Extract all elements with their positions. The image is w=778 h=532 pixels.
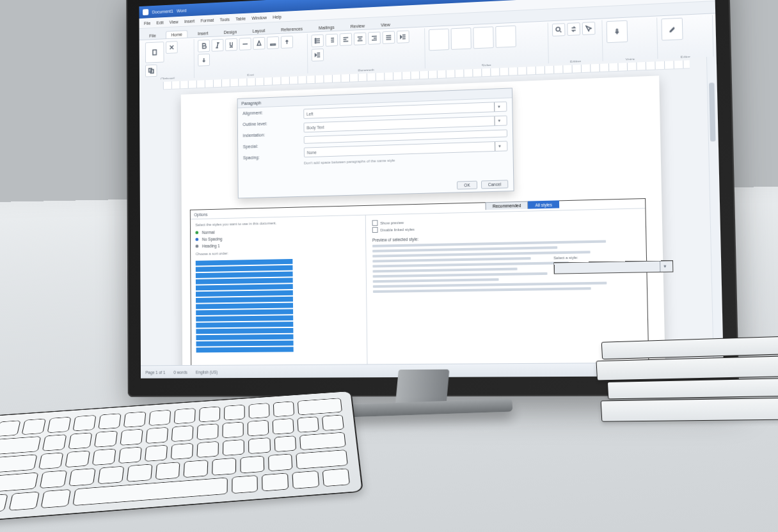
copy-button[interactable] [145, 65, 157, 77]
bullets-button[interactable] [312, 35, 324, 47]
status-page[interactable]: Page 1 of 1 [145, 370, 165, 374]
style-row[interactable] [196, 303, 293, 309]
style-row[interactable] [196, 328, 293, 334]
ribbon-group-editing: Editing [548, 20, 603, 66]
font-size-up-button[interactable] [281, 36, 293, 49]
indent-dec-button[interactable] [397, 30, 409, 43]
menu-window[interactable]: Window [251, 15, 267, 20]
style-row[interactable] [196, 290, 293, 297]
window-title-app: Word [177, 8, 186, 13]
dialog-label-special: Special: [243, 143, 298, 152]
style-heading2[interactable] [473, 26, 493, 49]
placeholder-line [373, 272, 547, 278]
dialog-label-indent: Indentation: [243, 132, 298, 141]
menu-help[interactable]: Help [273, 14, 282, 19]
book [601, 397, 778, 421]
paste-button[interactable] [145, 42, 164, 63]
style-row[interactable] [196, 315, 293, 322]
dictate-button[interactable] [607, 20, 628, 43]
chevron-down-icon: ▾ [660, 261, 670, 272]
style-row[interactable] [196, 347, 294, 352]
align-right-button[interactable] [369, 31, 381, 44]
highlight-button[interactable] [267, 36, 279, 49]
subwindow-options-button[interactable]: Options [194, 212, 207, 216]
ribbon-group-voice: Voice [602, 18, 658, 64]
style-preview-list [196, 258, 362, 352]
style-row[interactable] [196, 265, 293, 272]
bold-button[interactable] [198, 40, 210, 52]
document-page[interactable]: Paragraph Alignment: Outline level: Inde… [181, 75, 666, 366]
placeholder-line [373, 287, 591, 293]
book [607, 377, 778, 399]
select-style-field[interactable]: ▾ [553, 260, 673, 274]
special-select[interactable]: None▾ [304, 141, 508, 157]
italic-button[interactable] [211, 39, 223, 52]
style-row[interactable] [196, 297, 293, 303]
menu-edit[interactable]: Edit [156, 20, 163, 24]
menu-insert[interactable]: Insert [184, 19, 194, 23]
style-row[interactable] [196, 322, 293, 327]
checkbox-icon [372, 227, 378, 233]
styles-left-pane: Select the styles you want to use in thi… [191, 215, 368, 366]
svg-point-7 [556, 27, 560, 31]
menu-format[interactable]: Format [200, 18, 214, 23]
style-row[interactable] [196, 272, 293, 278]
style-normal[interactable] [429, 29, 449, 51]
ribbon-tab-mailings[interactable]: Mailings [313, 23, 340, 32]
subtab-all-styles[interactable]: All styles [528, 200, 559, 208]
indent-inc-button[interactable] [312, 49, 324, 61]
style-row[interactable] [196, 259, 293, 266]
placeholder-line [372, 262, 568, 267]
editor-area: Paragraph Alignment: Outline level: Inde… [139, 56, 724, 366]
style-heading1[interactable] [451, 27, 472, 50]
style-row[interactable] [196, 334, 293, 340]
ribbon-group-clipboard: Clipboard [141, 39, 194, 82]
dialog-cancel-button[interactable]: Cancel [481, 180, 509, 189]
style-row[interactable] [196, 284, 293, 290]
checkbox-icon [372, 220, 378, 226]
ribbon-tab-references[interactable]: References [275, 24, 308, 33]
justify-button[interactable] [383, 31, 395, 43]
style-row[interactable] [196, 341, 293, 347]
menu-file[interactable]: File [144, 20, 150, 25]
ribbon-tab-layout[interactable]: Layout [247, 26, 271, 35]
ribbon-tab-home[interactable]: Home [166, 30, 187, 38]
ribbon-tab-insert[interactable]: Insert [193, 29, 214, 37]
window-title-document: Document1 [152, 9, 173, 14]
menu-table[interactable]: Table [235, 16, 246, 20]
style-row[interactable] [196, 278, 293, 284]
strike-button[interactable] [239, 38, 251, 51]
numbering-button[interactable] [326, 34, 338, 47]
menu-tools[interactable]: Tools [219, 17, 229, 21]
ribbon-tab-file[interactable]: File [144, 31, 161, 40]
styles-subwindow[interactable]: Recommended All styles Options Select th… [190, 198, 649, 366]
scrollbar-thumb[interactable] [709, 82, 716, 141]
paragraph-dialog[interactable]: Paragraph Alignment: Outline level: Inde… [237, 88, 514, 198]
ribbon-tab-review[interactable]: Review [345, 22, 370, 31]
underline-button[interactable] [225, 38, 237, 51]
status-lang[interactable]: English (US) [196, 370, 218, 374]
chevron-down-icon: ▾ [494, 102, 504, 111]
book-stack [595, 336, 778, 467]
dialog-ok-button[interactable]: OK [457, 181, 477, 190]
align-center-button[interactable] [354, 33, 367, 45]
replace-button[interactable] [567, 22, 580, 36]
menu-view[interactable]: View [170, 19, 179, 24]
style-row[interactable] [196, 309, 293, 315]
ribbon-tab-view[interactable]: View [375, 20, 395, 29]
subtab-recommended[interactable]: Recommended [486, 201, 528, 210]
font-size-down-button[interactable] [198, 54, 210, 66]
style-title[interactable] [495, 26, 516, 48]
find-button[interactable] [552, 23, 566, 36]
align-left-button[interactable] [340, 33, 353, 46]
cut-button[interactable] [166, 41, 178, 54]
ribbon-tab-design[interactable]: Design [218, 27, 242, 36]
placeholder-line [373, 268, 518, 273]
font-color-button[interactable] [253, 37, 265, 50]
select-button[interactable] [582, 22, 596, 35]
subwindow-sort-label: Choose a sort order: [196, 249, 361, 256]
svg-point-4 [315, 38, 317, 40]
editor-button[interactable] [661, 18, 683, 41]
status-words[interactable]: 0 words [173, 370, 187, 374]
svg-rect-0 [153, 50, 157, 55]
